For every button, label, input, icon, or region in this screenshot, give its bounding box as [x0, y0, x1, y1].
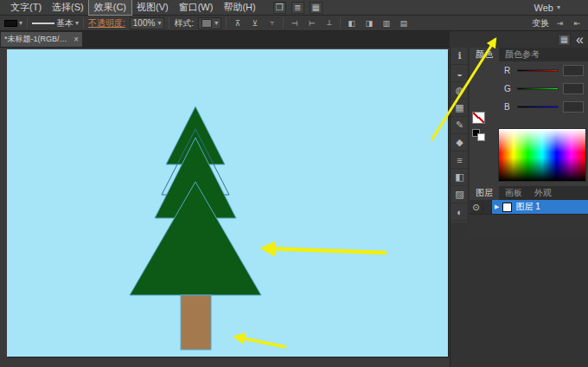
brush-stroke-preview [32, 23, 54, 24]
tab-layers[interactable]: 图层 [470, 186, 499, 200]
layer-name: 图层 1 [515, 201, 540, 213]
channel-value-g[interactable] [563, 83, 584, 94]
align-icon-a[interactable]: ⊼ [231, 17, 244, 29]
layer-row[interactable]: ⊙ ▶ 图层 1 [470, 200, 588, 215]
color-panel-tabs: 颜色 颜色参考 [470, 48, 588, 61]
channel-label-r: R [504, 66, 513, 75]
transform-label[interactable]: 变换 [532, 17, 549, 29]
menu-effect[interactable]: 效果(C) [89, 0, 131, 15]
separator [226, 17, 227, 29]
distribute-icon-b[interactable]: ⊢ [305, 17, 318, 29]
control-bar: ▾ 基本 ▾ 不透明度: 100% ▾ 样式: ▾ ⊼ ⊻ ⫟ ⊣ ⊢ ⟂ ◧ … [0, 16, 588, 31]
channel-row-g: G [470, 80, 588, 98]
dock-header: ▦ « [450, 31, 588, 48]
tab-color[interactable]: 颜色 [470, 48, 499, 61]
menu-type[interactable]: 文字(T) [5, 0, 47, 15]
document-tab[interactable]: *未标题-1(RGB/预览) × [0, 31, 83, 47]
brushes-icon[interactable]: ✎ [451, 117, 469, 134]
tree-trunk[interactable] [181, 295, 211, 350]
color-spectrum[interactable] [498, 128, 586, 182]
layout-icon[interactable]: ≣ [291, 2, 304, 14]
chevron-down-icon: ▾ [157, 19, 161, 27]
channel-value-r[interactable] [563, 65, 584, 76]
style-swatch [201, 19, 212, 28]
separator [83, 17, 84, 29]
chevron-down-icon: ▾ [214, 19, 218, 27]
menu-view[interactable]: 视图(V) [131, 0, 174, 15]
menu-help[interactable]: 帮助(H) [218, 0, 260, 15]
separator [340, 17, 341, 29]
shape-option-icon-a[interactable]: ◧ [345, 17, 358, 29]
layers-panel-tabs: 图层 画板 外观 [470, 186, 588, 200]
gradient-icon[interactable]: ◧ [451, 169, 469, 186]
layers-panel: 图层 画板 外观 ⊙ ▶ 图层 1 [470, 186, 588, 238]
panel-grid-icon[interactable]: ▦ [558, 34, 571, 46]
arrange-documents-icon[interactable]: ▦ [310, 2, 323, 14]
opacity-value-dropdown[interactable]: 100% ▾ [130, 17, 165, 29]
stroke-icon[interactable]: ≡ [451, 151, 469, 169]
swatches-icon[interactable]: ▦ [451, 100, 469, 117]
transparency-icon[interactable]: ▨ [451, 186, 469, 203]
channel-value-b[interactable] [563, 101, 584, 113]
lock-cell[interactable] [483, 200, 492, 214]
tab-artboards[interactable]: 画板 [499, 186, 528, 200]
isolate-icon[interactable]: ⇥ [553, 17, 566, 29]
align-icon-c[interactable]: ⫟ [265, 17, 278, 29]
menu-select[interactable]: 选择(S) [47, 0, 89, 15]
none-swatch[interactable] [472, 112, 485, 124]
chevron-down-icon: ▾ [19, 19, 22, 27]
separator [169, 17, 169, 29]
document-tab-label: *未标题-1(RGB/预览) [4, 34, 71, 45]
workspace-switcher[interactable]: Web ▾ [534, 3, 583, 13]
visibility-eye-icon[interactable]: ⊙ [470, 203, 483, 212]
layer-thumbnail [502, 203, 512, 212]
recolor-icon[interactable]: ⇤ [571, 17, 584, 29]
stroke-color-dropdown[interactable]: ▾ [4, 19, 22, 27]
brush-definition-label: 基本 [56, 17, 74, 29]
document-tab-bar: *未标题-1(RGB/预览) × [0, 31, 450, 48]
bridge-icon[interactable]: ❐ [273, 2, 286, 14]
separator [27, 17, 28, 29]
layer-selected-region[interactable]: ▶ 图层 1 [492, 200, 588, 214]
channel-slider-b[interactable] [517, 106, 559, 108]
style-label: 样式: [174, 17, 194, 29]
menu-window[interactable]: 窗口(W) [174, 0, 219, 15]
brush-definition-dropdown[interactable]: 基本 ▾ [32, 17, 79, 29]
color-panel: 颜色 颜色参考 R G B [470, 48, 588, 186]
appearance-icon[interactable]: ◐ [451, 203, 469, 221]
opacity-label[interactable]: 不透明度: [88, 17, 125, 29]
white-swatch[interactable] [477, 133, 485, 141]
shape-option-icon-d[interactable]: ▤ [397, 17, 410, 29]
chevron-down-icon: ▾ [557, 3, 560, 11]
tab-appearance[interactable]: 外观 [528, 186, 558, 200]
quick-swatch-area [471, 110, 497, 184]
opacity-value: 100% [133, 18, 156, 28]
menu-bar: 文字(T) 选择(S) 效果(C) 视图(V) 窗口(W) 帮助(H) ❐ ≣ … [0, 0, 588, 16]
channel-slider-r[interactable] [517, 69, 559, 72]
workspace-label: Web [534, 3, 553, 13]
separator [283, 17, 284, 29]
channel-label-g: G [504, 84, 513, 93]
stroke-color-swatch [4, 20, 17, 27]
appbar-icon-group: ❐ ≣ ▦ [273, 2, 323, 14]
collapse-dock-icon[interactable]: « [576, 32, 584, 48]
black-white-swatches[interactable] [472, 129, 489, 143]
shape-option-icon-c[interactable]: ▥ [380, 17, 393, 29]
channel-row-r: R [470, 61, 588, 80]
distribute-icon-a[interactable]: ⊣ [288, 17, 301, 29]
info-icon[interactable]: ℹ [451, 48, 469, 65]
tab-color-guide[interactable]: 颜色参考 [499, 48, 546, 61]
chevron-down-icon: ▾ [75, 19, 79, 27]
align-icon-b[interactable]: ⊻ [248, 17, 261, 29]
color-guide-icon[interactable]: ◍ [451, 82, 469, 100]
style-dropdown[interactable]: ▾ [198, 17, 221, 29]
shape-option-icon-b[interactable]: ◨ [362, 17, 375, 29]
channel-label-b: B [504, 102, 513, 112]
color-icon[interactable]: ◒ [451, 65, 469, 82]
distribute-icon-c[interactable]: ⟂ [323, 17, 336, 29]
panel-icon-strip: ℹ ◒ ◍ ▦ ✎ ◆ ≡ ◧ ▨ ◐ [451, 48, 469, 222]
expand-arrow-icon[interactable]: ▶ [495, 203, 499, 210]
close-icon[interactable]: × [74, 35, 79, 44]
channel-slider-g[interactable] [517, 87, 559, 90]
symbols-icon[interactable]: ◆ [451, 134, 469, 151]
